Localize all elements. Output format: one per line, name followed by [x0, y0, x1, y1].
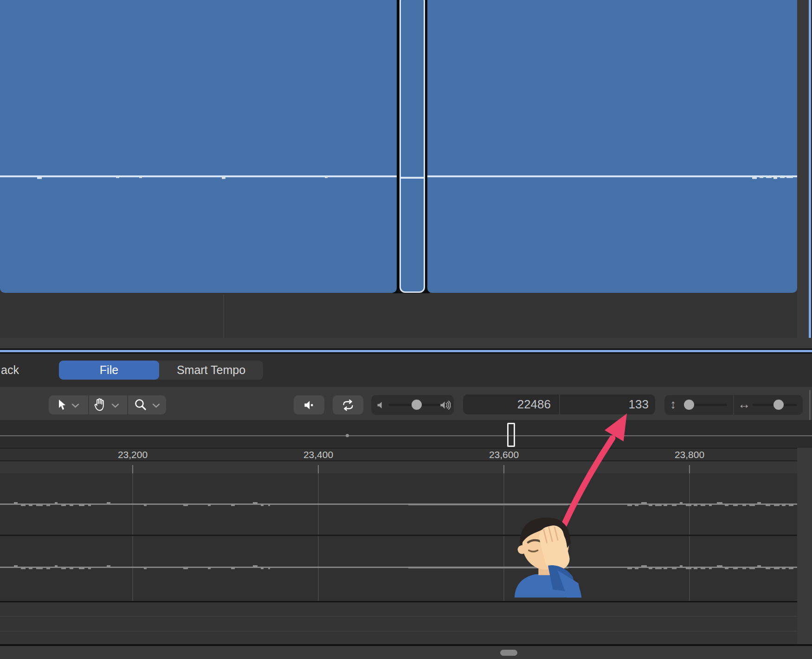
gridline: [503, 473, 504, 601]
ruler-label: 23,600: [489, 449, 519, 460]
volume-knob[interactable]: [412, 400, 422, 410]
gridline: [689, 473, 690, 601]
ruler-tick: [132, 465, 133, 473]
divider: [127, 395, 128, 414]
gridline: [132, 473, 133, 601]
file-overview-strip: [0, 420, 812, 448]
cycle-button[interactable]: [333, 395, 363, 414]
ruler-label: 23,800: [675, 449, 704, 460]
overview-waveform-line: [0, 435, 812, 436]
speaker-quiet-icon: [377, 401, 384, 409]
ruler-tick: [503, 465, 504, 473]
prelisten-volume-slider: [371, 395, 454, 415]
chevron-down-icon[interactable]: [71, 403, 79, 408]
waveform-lane-2: [0, 564, 797, 570]
ruler-tick: [318, 465, 319, 473]
divider: [88, 395, 89, 414]
ruler-label: 23,200: [118, 449, 148, 460]
chevron-down-icon[interactable]: [111, 403, 119, 408]
editor-right-margin: [797, 448, 812, 644]
selection-start-field[interactable]: 22486: [463, 394, 559, 414]
logic-audio-editor-window: ack File Smart Tempo: [0, 0, 812, 659]
tracks-right-margin: [797, 0, 809, 353]
loop-icon: [341, 399, 355, 411]
prelisten-button[interactable]: [294, 395, 324, 414]
horizontal-zoom-knob[interactable]: [773, 400, 784, 410]
audio-region-left[interactable]: [0, 0, 397, 293]
lane-line: [0, 631, 812, 632]
waveform-lane-1: [0, 501, 797, 507]
audio-region-right[interactable]: [427, 0, 797, 293]
zoom-tool-icon[interactable]: [134, 398, 147, 411]
track-lane-divider: [223, 294, 224, 338]
tool-selector-group: [49, 395, 166, 414]
tab-smart-tempo[interactable]: Smart Tempo: [159, 361, 263, 380]
zoom-slider-group: ↕ ↔: [664, 395, 803, 415]
overview-marker-dot: [346, 434, 349, 437]
waveform-zero-line: [401, 177, 424, 179]
gridline: [318, 473, 319, 601]
vertical-zoom-knob[interactable]: [684, 400, 694, 410]
ruler-label: 23,400: [303, 449, 333, 460]
overview-visible-area-box[interactable]: [507, 423, 515, 447]
divider: [733, 395, 734, 415]
tab-file[interactable]: File: [59, 361, 159, 380]
pointer-tool-icon[interactable]: [57, 399, 66, 411]
waveform-editor-canvas[interactable]: [0, 473, 797, 601]
lane-line: [0, 616, 812, 617]
hand-tool-icon[interactable]: [93, 398, 106, 412]
waveform-blips: [0, 176, 397, 181]
lane-separator: [0, 535, 797, 536]
vertical-zoom-icon: ↕: [670, 397, 677, 412]
horizontal-zoom-icon: ↔: [738, 397, 750, 412]
bottom-resize-bar: [0, 646, 812, 659]
annotation-arrow: [556, 407, 635, 529]
ruler-tick: [689, 465, 690, 473]
lower-empty-lanes: [0, 602, 812, 644]
waveform-blips: [427, 176, 797, 181]
pane-resize-handle[interactable]: [500, 650, 517, 656]
tracks-bottom-strip: [0, 338, 812, 349]
speaker-icon: [303, 400, 315, 411]
speaker-loud-icon: [440, 400, 452, 410]
chevron-down-icon[interactable]: [152, 403, 160, 408]
tab-track-partial[interactable]: ack: [1, 363, 19, 377]
audio-region-selected-segment[interactable]: [400, 0, 425, 293]
ruler-tick-band: [0, 461, 812, 473]
facepalm-emoji: [508, 514, 588, 598]
